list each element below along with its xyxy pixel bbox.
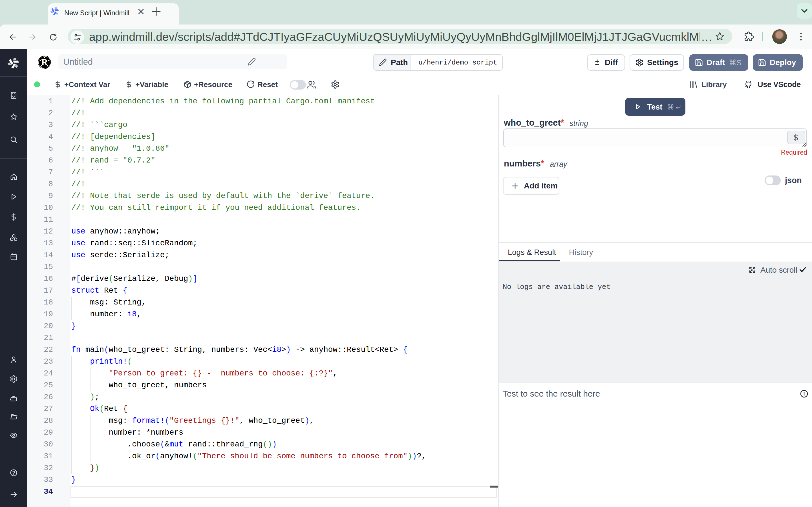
svg-text:R: R xyxy=(41,57,48,67)
